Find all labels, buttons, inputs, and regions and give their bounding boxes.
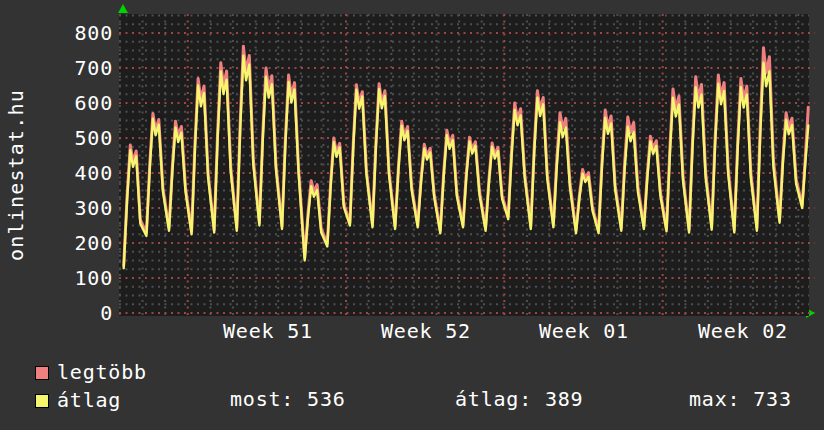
y-tick-label: 100 [40,268,113,288]
legend-label-legtobb: legtöbb [57,362,147,382]
y-tick-label: 300 [40,198,113,218]
y-tick-label: 600 [40,93,113,113]
x-week-label: Week 02 [698,321,788,341]
y-axis-arrow-icon [118,4,128,13]
y-tick-label: 0 [40,303,113,323]
x-week-label: Week 51 [223,321,313,341]
site-watermark: onlinestat.hu [4,89,28,261]
legend-label-atlag: átlag [57,390,121,410]
stat-atlag: átlag: 389 [455,389,583,409]
y-tick-label: 400 [40,163,113,183]
stat-max: max: 733 [689,389,792,409]
y-tick-label: 200 [40,233,113,253]
stat-most: most: 536 [230,389,346,409]
onlinestat-traffic-graph: onlinestat.hu 8007006005004003002001000 … [0,0,824,430]
y-tick-label: 500 [40,128,113,148]
x-week-label: Week 52 [381,321,471,341]
traffic-chart-plot [119,14,816,318]
legend-swatch-legtobb [35,366,49,380]
legend-swatch-atlag [35,394,49,408]
y-tick-label: 800 [40,23,113,43]
y-tick-label: 700 [40,58,113,78]
x-week-label: Week 01 [539,321,629,341]
